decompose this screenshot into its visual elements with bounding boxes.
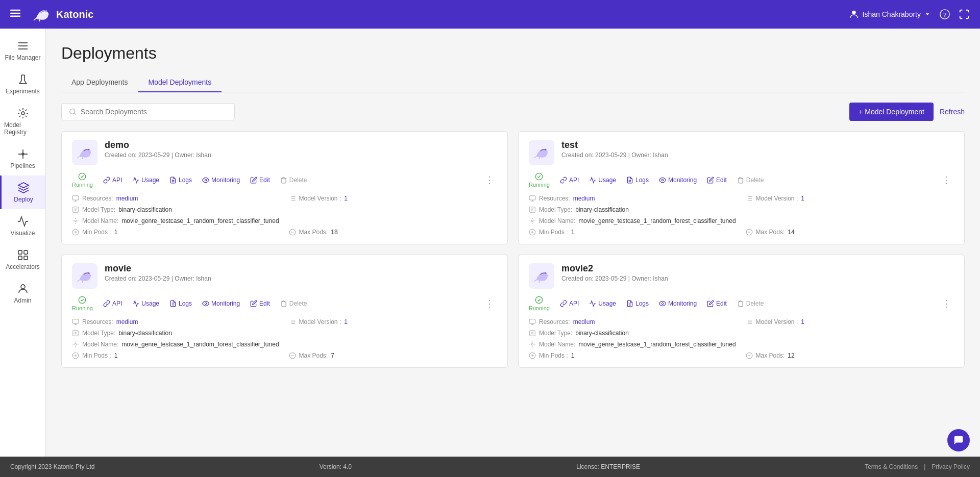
more-options-button[interactable]: ⋮ — [482, 173, 497, 187]
card-info: movie Created on: 2023-05-29 | Owner: Is… — [105, 263, 211, 282]
max-pods-icon — [746, 352, 753, 359]
logo-text: Katonic — [56, 9, 93, 20]
svg-rect-64 — [72, 319, 79, 323]
api-button[interactable]: API — [556, 298, 583, 309]
monitoring-button[interactable]: Monitoring — [655, 174, 701, 186]
edit-button[interactable]: Edit — [246, 174, 274, 186]
monitoring-icon — [202, 300, 209, 307]
edit-button[interactable]: Edit — [703, 298, 731, 309]
logo: Katonic — [32, 7, 93, 22]
sidebar-item-visualize[interactable]: Visualize — [0, 209, 45, 243]
logs-button[interactable]: Logs — [622, 298, 653, 309]
more-options-button[interactable]: ⋮ — [939, 173, 954, 187]
monitoring-button[interactable]: Monitoring — [198, 174, 244, 186]
terms-link[interactable]: Terms & Conditions — [865, 463, 918, 470]
svg-rect-0 — [10, 9, 20, 10]
max-pods-icon — [746, 229, 753, 236]
monitoring-button[interactable]: Monitoring — [198, 298, 244, 309]
search-box[interactable] — [61, 103, 235, 120]
edit-button[interactable]: Edit — [703, 174, 731, 186]
sidebar-item-accelerators[interactable]: Accelerators — [0, 243, 45, 277]
model-version-icon — [746, 195, 753, 202]
edit-icon — [707, 300, 714, 307]
footer: Copyright 2023 Katonic Pty Ltd Version: … — [0, 457, 980, 477]
delete-button[interactable]: Delete — [733, 174, 768, 186]
card-actions: Running API Usage Logs Monitoring Edit — [529, 172, 954, 188]
sidebar-item-pipelines[interactable]: Pipelines — [0, 142, 45, 175]
sidebar-label-experiments: Experiments — [6, 88, 40, 95]
delete-button[interactable]: Delete — [276, 298, 311, 309]
model-type-row: Model Type: binary-classification — [72, 330, 281, 337]
card-actions: Running API Usage Logs Monitoring Edit — [72, 296, 497, 311]
search-input[interactable] — [81, 108, 227, 116]
chat-bubble[interactable] — [947, 429, 970, 451]
logs-button[interactable]: Logs — [165, 174, 196, 186]
refresh-button[interactable]: Refresh — [940, 108, 965, 116]
api-button[interactable]: API — [556, 174, 583, 186]
min-pods-row: Min Pods : 1 — [529, 229, 738, 236]
card-header: test Created on: 2023-05-29 | Owner: Ish… — [529, 140, 954, 165]
tab-app-deployments[interactable]: App Deployments — [61, 73, 138, 92]
sidebar-item-experiments[interactable]: Experiments — [0, 67, 45, 101]
delete-button[interactable]: Delete — [276, 174, 311, 186]
edit-icon — [250, 300, 257, 307]
api-icon — [103, 177, 110, 184]
logs-icon — [169, 177, 177, 184]
edit-icon — [707, 177, 714, 184]
max-pods-row: Max Pods: 12 — [746, 352, 954, 359]
deployment-card-movie: movie Created on: 2023-05-29 | Owner: Is… — [61, 255, 508, 368]
search-icon — [69, 108, 77, 116]
privacy-link[interactable]: Privacy Policy — [932, 463, 970, 470]
deployment-card-demo: demo Created on: 2023-05-29 | Owner: Ish… — [61, 131, 508, 244]
edit-button[interactable]: Edit — [246, 298, 274, 309]
topnav-right: Ishan Chakraborty ? — [848, 9, 970, 20]
delete-button[interactable]: Delete — [733, 298, 768, 309]
resources-row: Resources: medium — [529, 318, 738, 325]
footer-version: Version: 4.0 — [320, 463, 352, 470]
model-registry-icon — [17, 107, 29, 119]
model-type-row: Model Type: binary-classification — [529, 206, 738, 213]
resources-icon — [72, 195, 79, 202]
card-icon — [529, 263, 554, 289]
add-model-deployment-button[interactable]: + Model Deployment — [849, 103, 934, 121]
api-icon — [560, 300, 567, 307]
min-pods-icon — [72, 352, 79, 359]
sidebar-label-file-manager: File Manager — [5, 54, 40, 61]
expand-icon[interactable] — [959, 9, 970, 20]
user-menu[interactable]: Ishan Chakraborty — [848, 9, 931, 20]
sidebar-label-pipelines: Pipelines — [10, 162, 35, 169]
monitoring-button[interactable]: Monitoring — [655, 298, 701, 309]
model-type-row: Model Type: binary-classification — [529, 330, 738, 337]
svg-text:?: ? — [943, 12, 946, 18]
sidebar-item-deploy[interactable]: Deploy — [0, 175, 45, 209]
model-name-icon — [529, 217, 536, 224]
visualize-icon — [17, 215, 29, 228]
sidebar-item-admin[interactable]: Admin — [0, 277, 45, 310]
model-type-icon — [72, 206, 79, 213]
toolbar: + Model Deployment Refresh — [61, 103, 965, 121]
hamburger-icon[interactable] — [10, 8, 21, 21]
chat-icon — [953, 435, 964, 446]
usage-button[interactable]: Usage — [128, 174, 163, 186]
svg-point-3 — [45, 10, 47, 12]
logs-button[interactable]: Logs — [165, 298, 196, 309]
more-options-button[interactable]: ⋮ — [482, 297, 497, 310]
logs-button[interactable]: Logs — [622, 174, 653, 186]
svg-rect-11 — [24, 250, 28, 254]
usage-icon — [589, 300, 596, 307]
help-icon[interactable]: ? — [939, 9, 950, 20]
sidebar-label-deploy: Deploy — [14, 196, 33, 203]
svg-point-15 — [70, 109, 75, 114]
usage-button[interactable]: Usage — [585, 174, 620, 186]
tab-model-deployments[interactable]: Model Deployments — [138, 73, 222, 92]
user-icon — [848, 9, 860, 20]
api-button[interactable]: API — [99, 174, 126, 186]
usage-button[interactable]: Usage — [128, 298, 163, 309]
sidebar-item-model-registry[interactable]: Model Registry — [0, 101, 45, 142]
svg-point-59 — [88, 272, 89, 274]
usage-button[interactable]: Usage — [585, 298, 620, 309]
api-button[interactable]: API — [99, 298, 126, 309]
sidebar-item-file-manager[interactable]: File Manager — [0, 34, 45, 67]
svg-point-53 — [531, 220, 533, 222]
more-options-button[interactable]: ⋮ — [939, 297, 954, 310]
